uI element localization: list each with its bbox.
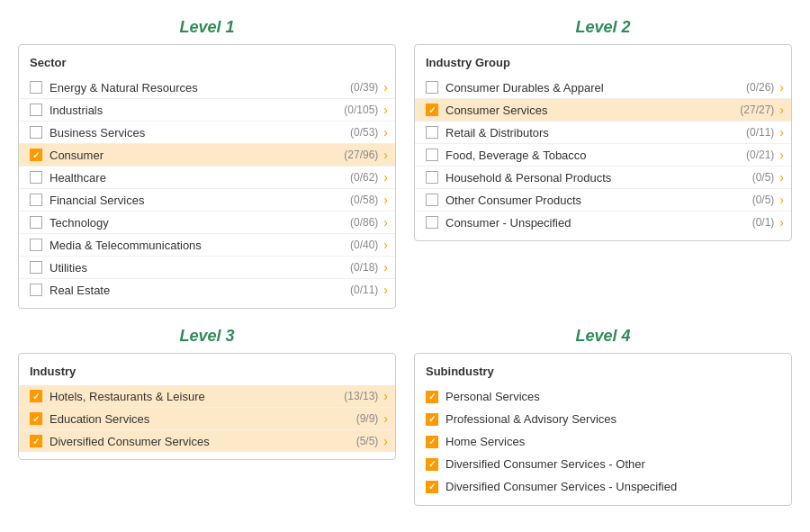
row-count: (9/9) [356, 412, 379, 425]
checkbox[interactable] [30, 126, 42, 139]
table-row[interactable]: Consumer(27/96)› [19, 144, 395, 167]
checkbox[interactable] [426, 391, 438, 403]
table-row[interactable]: Personal Services [415, 385, 791, 408]
chevron-right-icon: › [779, 80, 784, 95]
chevron-right-icon: › [779, 193, 784, 207]
checkbox[interactable] [30, 81, 42, 94]
checkbox[interactable] [426, 81, 438, 94]
row-count: (0/53) [350, 126, 378, 139]
level2-panel: Industry Group Consumer Durables & Appar… [414, 44, 792, 241]
table-row[interactable]: Education Services(9/9)› [19, 408, 395, 430]
table-row[interactable]: Household & Personal Products(0/5)› [415, 167, 791, 189]
chevron-right-icon: › [383, 193, 388, 207]
row-count: (27/96) [344, 149, 378, 161]
checkbox[interactable] [30, 435, 42, 447]
row-count: (0/1) [752, 216, 775, 229]
level4-header: Subindustry [415, 361, 791, 385]
table-row[interactable]: Hotels, Restaurants & Leisure(13/13)› [19, 385, 395, 408]
chevron-right-icon: › [383, 103, 388, 117]
table-row[interactable]: Real Estate(0/11)› [19, 279, 395, 301]
chevron-right-icon: › [383, 389, 388, 403]
table-row[interactable]: Financial Services(0/58)› [19, 189, 395, 212]
row-label: Education Services [50, 412, 349, 426]
chevron-right-icon: › [779, 125, 784, 140]
checkbox[interactable] [30, 104, 42, 116]
row-label: Technology [50, 216, 343, 230]
level2-header: Industry Group [415, 52, 791, 77]
table-row[interactable]: Healthcare(0/62)› [19, 167, 395, 189]
table-row[interactable]: Diversified Consumer Services - Other [415, 453, 791, 475]
checkbox[interactable] [426, 436, 438, 448]
checkbox[interactable] [426, 104, 438, 116]
row-label: Consumer [50, 149, 337, 162]
chevron-right-icon: › [779, 215, 784, 230]
row-label: Business Services [50, 126, 343, 140]
row-label: Industrials [50, 104, 337, 117]
row-count: (5/5) [356, 435, 379, 447]
checkbox[interactable] [30, 149, 42, 161]
table-row[interactable]: Technology(0/86)› [19, 212, 395, 234]
level4-panel: Subindustry Personal ServicesProfessiona… [414, 353, 792, 506]
table-row[interactable]: Energy & Natural Resources(0/39)› [19, 77, 395, 99]
row-count: (0/11) [746, 126, 774, 139]
table-row[interactable]: Media & Telecommunications(0/40)› [19, 234, 395, 257]
level1-section: Level 1 Sector Energy & Natural Resource… [9, 9, 405, 318]
level2-title: Level 2 [414, 18, 792, 37]
row-count: (0/58) [350, 194, 378, 206]
table-row[interactable]: Consumer - Unspecified(0/1)› [415, 212, 791, 233]
checkbox[interactable] [426, 413, 438, 426]
row-label: Personal Services [446, 390, 784, 403]
row-count: (13/13) [344, 390, 378, 402]
checkbox[interactable] [30, 239, 42, 251]
row-label: Diversified Consumer Services - Other [446, 457, 784, 471]
row-count: (0/5) [752, 171, 775, 184]
checkbox[interactable] [30, 171, 42, 184]
row-label: Consumer - Unspecified [446, 216, 745, 230]
level2-section: Level 2 Industry Group Consumer Durables… [405, 9, 801, 318]
checkbox[interactable] [30, 390, 42, 402]
checkbox[interactable] [30, 412, 42, 425]
table-row[interactable]: Home Services [415, 430, 791, 453]
level3-rows: Hotels, Restaurants & Leisure(13/13)›Edu… [19, 385, 395, 452]
table-row[interactable]: Consumer Durables & Apparel(0/26)› [415, 77, 791, 99]
row-label: Healthcare [50, 171, 343, 185]
checkbox[interactable] [426, 126, 438, 139]
table-row[interactable]: Business Services(0/53)› [19, 122, 395, 144]
level4-title: Level 4 [414, 327, 792, 346]
level1-title: Level 1 [18, 18, 396, 37]
checkbox[interactable] [426, 458, 438, 471]
checkbox[interactable] [30, 194, 42, 206]
level3-section: Level 3 Industry Hotels, Restaurants & L… [9, 318, 405, 515]
level3-header: Industry [19, 361, 395, 385]
checkbox[interactable] [426, 216, 438, 229]
checkbox[interactable] [426, 149, 438, 161]
chevron-right-icon: › [779, 148, 784, 162]
chevron-right-icon: › [383, 238, 388, 252]
row-label: Media & Telecommunications [50, 239, 343, 252]
level4-section: Level 4 Subindustry Personal ServicesPro… [405, 318, 801, 515]
level1-header: Sector [19, 52, 395, 77]
table-row[interactable]: Utilities(0/18)› [19, 257, 395, 279]
checkbox[interactable] [30, 284, 42, 296]
chevron-right-icon: › [383, 283, 388, 297]
level3-panel: Industry Hotels, Restaurants & Leisure(1… [18, 353, 396, 460]
checkbox[interactable] [426, 171, 438, 184]
chevron-right-icon: › [383, 148, 388, 162]
checkbox[interactable] [426, 194, 438, 206]
checkbox[interactable] [426, 481, 438, 493]
table-row[interactable]: Industrials(0/105)› [19, 99, 395, 122]
level2-rows: Consumer Durables & Apparel(0/26)›Consum… [415, 77, 791, 233]
table-row[interactable]: Retail & Distributors(0/11)› [415, 122, 791, 144]
row-label: Home Services [446, 435, 784, 448]
checkbox[interactable] [30, 261, 42, 274]
table-row[interactable]: Diversified Consumer Services(5/5)› [19, 430, 395, 452]
table-row[interactable]: Professional & Advisory Services [415, 408, 791, 430]
table-row[interactable]: Other Consumer Products(0/5)› [415, 189, 791, 212]
row-label: Retail & Distributors [446, 126, 739, 140]
table-row[interactable]: Food, Beverage & Tobacco(0/21)› [415, 144, 791, 167]
table-row[interactable]: Consumer Services(27/27)› [415, 99, 791, 122]
table-row[interactable]: Diversified Consumer Services - Unspecif… [415, 475, 791, 498]
chevron-right-icon: › [383, 215, 388, 230]
checkbox[interactable] [30, 216, 42, 229]
chevron-right-icon: › [383, 170, 388, 185]
